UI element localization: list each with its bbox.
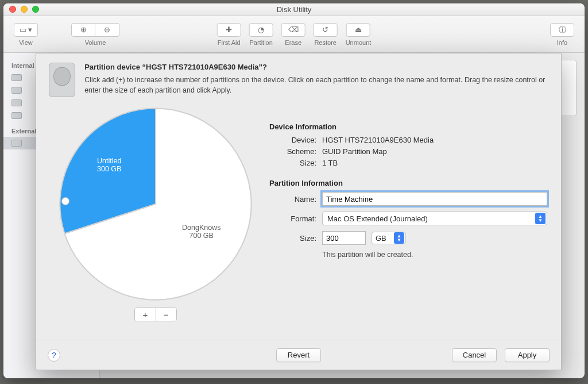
- size-value: 1 TB: [322, 159, 338, 167]
- disk-utility-window: Disk Utility ▭ ▾ View ⊕ ⊖ Volume ✚First …: [3, 3, 585, 378]
- disk-icon: [11, 74, 22, 81]
- chevron-updown-icon: ▲▼: [535, 213, 546, 224]
- toolbar: ▭ ▾ View ⊕ ⊖ Volume ✚First Aid ◔Partitio…: [3, 16, 585, 53]
- volume-remove-button[interactable]: ⊖: [95, 23, 119, 37]
- toolbar-label: View: [19, 39, 33, 46]
- window-zoom-button[interactable]: [32, 6, 39, 13]
- partition-sheet: Partition device “HGST HTS721010A9E630 M…: [36, 53, 562, 370]
- device-info-heading: Device Information: [269, 122, 547, 131]
- disk-icon: [11, 112, 22, 119]
- resize-handle[interactable]: [61, 197, 69, 205]
- cancel-button[interactable]: Cancel: [452, 348, 497, 362]
- sheet-description: Click add (+) to increase the number of …: [84, 75, 548, 95]
- titlebar: Disk Utility: [3, 3, 585, 16]
- partition-name-input[interactable]: [322, 192, 547, 206]
- chevron-updown-icon: ▲▼: [394, 232, 404, 244]
- help-button[interactable]: ?: [48, 349, 60, 362]
- volume-add-button[interactable]: ⊕: [71, 23, 95, 37]
- device-value: HGST HTS721010A9E630 Media: [322, 136, 434, 144]
- partition-button[interactable]: ◔: [249, 23, 273, 37]
- size-unit-select[interactable]: GB ▲▼: [372, 232, 406, 244]
- partition-hint: This partition will be created.: [322, 251, 547, 259]
- first-aid-button[interactable]: ✚: [217, 23, 241, 37]
- info-button[interactable]: ⓘ: [550, 23, 574, 37]
- view-button[interactable]: ▭ ▾: [14, 23, 38, 37]
- toolbar-label: Volume: [85, 39, 106, 46]
- disk-icon: [11, 99, 22, 106]
- window-close-button[interactable]: [9, 6, 16, 13]
- scheme-value: GUID Partition Map: [322, 147, 387, 156]
- erase-button[interactable]: ⌫: [281, 23, 305, 37]
- sheet-title: Partition device “HGST HTS721010A9E630 M…: [84, 63, 548, 71]
- partition-pie-chart[interactable]: Untitled 300 GB DongKnows 700 GB: [58, 106, 253, 302]
- pie-slice-label-0: Untitled 300 GB: [97, 157, 121, 173]
- restore-button[interactable]: ↺: [314, 23, 338, 37]
- pie-slice-label-1: DongKnows 700 GB: [182, 224, 220, 240]
- disk-icon: [11, 87, 22, 94]
- sheet-footer: ? Revert Cancel Apply: [36, 340, 561, 370]
- remove-partition-button[interactable]: −: [156, 308, 176, 321]
- window-minimize-button[interactable]: [21, 6, 28, 13]
- window-title: Disk Utility: [277, 5, 312, 14]
- partition-info-heading: Partition Information: [269, 179, 547, 187]
- partition-size-input[interactable]: [322, 231, 366, 245]
- apply-button[interactable]: Apply: [505, 348, 550, 362]
- drive-icon: [49, 63, 75, 97]
- format-select[interactable]: Mac OS Extended (Journaled) ▲▼: [322, 212, 547, 225]
- disk-icon: [11, 140, 22, 147]
- unmount-button[interactable]: ⏏: [346, 23, 370, 37]
- revert-button[interactable]: Revert: [276, 348, 321, 362]
